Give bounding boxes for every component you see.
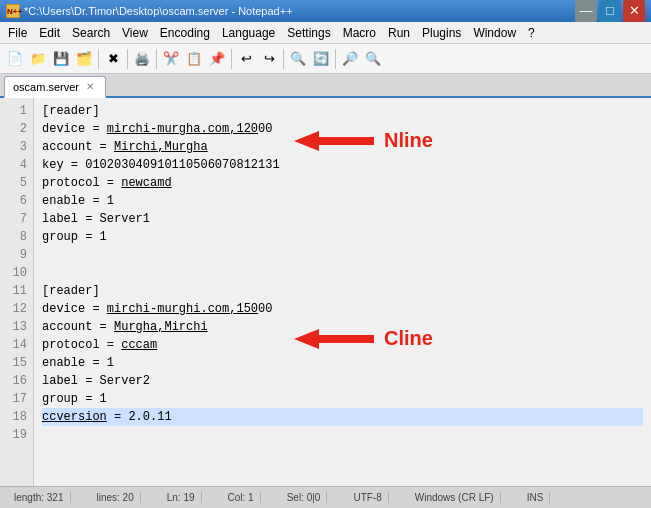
code-line: protocol = newcamd: [42, 174, 643, 192]
code-line: account = Mirchi,Murgha: [42, 138, 643, 156]
toolbar-sep-6: [335, 49, 336, 69]
tab-label: oscam.server: [13, 81, 79, 93]
line-numbers: 12345678910111213141516171819: [0, 98, 34, 486]
open-button[interactable]: 📁: [27, 48, 49, 70]
code-line: label = Server1: [42, 210, 643, 228]
zoom-in-button[interactable]: 🔎: [339, 48, 361, 70]
tab-oscam-server[interactable]: oscam.server ✕: [4, 76, 106, 98]
status-lines: lines: 20: [91, 492, 141, 503]
app-icon: N++: [6, 4, 20, 18]
menu-macro[interactable]: Macro: [337, 24, 382, 42]
status-ln: Ln: 19: [161, 492, 202, 503]
copy-button[interactable]: 📋: [183, 48, 205, 70]
code-line: [42, 246, 643, 264]
code-line: ccversion = 2.0.11: [42, 408, 643, 426]
code-line: [reader]: [42, 102, 643, 120]
toolbar-sep-4: [231, 49, 232, 69]
tab-bar: oscam.server ✕: [0, 74, 651, 98]
menu-settings[interactable]: Settings: [281, 24, 336, 42]
paste-button[interactable]: 📌: [206, 48, 228, 70]
status-col: Col: 1: [222, 492, 261, 503]
code-line: device = mirchi-murghi.com,15000: [42, 300, 643, 318]
toolbar-sep-2: [127, 49, 128, 69]
zoom-out-button[interactable]: 🔍: [362, 48, 384, 70]
menu-encoding[interactable]: Encoding: [154, 24, 216, 42]
code-line: device = mirchi-murgha.com,12000: [42, 120, 643, 138]
menu-plugins[interactable]: Plugins: [416, 24, 467, 42]
menu-language[interactable]: Language: [216, 24, 281, 42]
menu-run[interactable]: Run: [382, 24, 416, 42]
code-line: protocol = cccam: [42, 336, 643, 354]
code-line: label = Server2: [42, 372, 643, 390]
toolbar-sep-5: [283, 49, 284, 69]
menu-window[interactable]: Window: [467, 24, 522, 42]
code-line: [42, 426, 643, 444]
toolbar-sep-3: [156, 49, 157, 69]
code-line: [reader]: [42, 282, 643, 300]
print-button[interactable]: 🖨️: [131, 48, 153, 70]
code-editor[interactable]: [reader]device = mirchi-murgha.com,12000…: [34, 98, 651, 448]
maximize-button[interactable]: □: [599, 0, 621, 22]
menu-bar: File Edit Search View Encoding Language …: [0, 22, 651, 44]
new-button[interactable]: 📄: [4, 48, 26, 70]
menu-help[interactable]: ?: [522, 24, 541, 42]
find-button[interactable]: 🔍: [287, 48, 309, 70]
save-all-button[interactable]: 🗂️: [73, 48, 95, 70]
code-line: enable = 1: [42, 354, 643, 372]
code-line: key = 010203040910110506070812131: [42, 156, 643, 174]
cut-button[interactable]: ✂️: [160, 48, 182, 70]
title-bar: N++ *C:\Users\Dr.Timor\Desktop\oscam.ser…: [0, 0, 651, 22]
toolbar-sep-1: [98, 49, 99, 69]
status-ins: INS: [521, 492, 551, 503]
menu-search[interactable]: Search: [66, 24, 116, 42]
close-doc-button[interactable]: ✖: [102, 48, 124, 70]
status-eol: Windows (CR LF): [409, 492, 501, 503]
status-length: length: 321: [8, 492, 71, 503]
undo-button[interactable]: ↩: [235, 48, 257, 70]
code-line: account = Murgha,Mirchi: [42, 318, 643, 336]
status-encoding: UTF-8: [347, 492, 388, 503]
code-line: enable = 1: [42, 192, 643, 210]
title-text: *C:\Users\Dr.Timor\Desktop\oscam.server …: [24, 5, 575, 17]
menu-edit[interactable]: Edit: [33, 24, 66, 42]
status-sel: Sel: 0|0: [281, 492, 328, 503]
code-line: group = 1: [42, 228, 643, 246]
replace-button[interactable]: 🔄: [310, 48, 332, 70]
toolbar: 📄 📁 💾 🗂️ ✖ 🖨️ ✂️ 📋 📌 ↩ ↪ 🔍 🔄 🔎 🔍: [0, 44, 651, 74]
minimize-button[interactable]: —: [575, 0, 597, 22]
editor-content[interactable]: 12345678910111213141516171819 [reader]de…: [0, 98, 651, 486]
code-line: [42, 264, 643, 282]
close-button[interactable]: ✕: [623, 0, 645, 22]
redo-button[interactable]: ↪: [258, 48, 280, 70]
tab-close-button[interactable]: ✕: [83, 80, 97, 93]
code-line: group = 1: [42, 390, 643, 408]
save-button[interactable]: 💾: [50, 48, 72, 70]
editor-area: 12345678910111213141516171819 [reader]de…: [0, 98, 651, 486]
status-bar: length: 321 lines: 20 Ln: 19 Col: 1 Sel:…: [0, 486, 651, 508]
menu-view[interactable]: View: [116, 24, 154, 42]
window-controls: — □ ✕: [575, 0, 645, 22]
menu-file[interactable]: File: [2, 24, 33, 42]
